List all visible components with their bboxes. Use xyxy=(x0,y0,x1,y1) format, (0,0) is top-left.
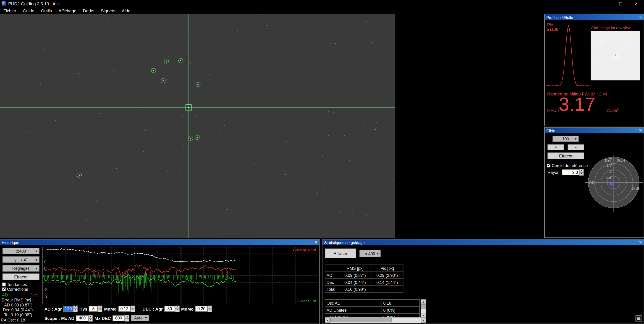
spin-up-icon[interactable]: ▲ xyxy=(579,169,584,172)
spin-up-icon[interactable]: ▲ xyxy=(98,305,102,309)
target-titlebar[interactable]: Cible ✕ xyxy=(545,128,644,133)
target-scatter-plot: DecSkyNADSkyE2''1.5''1''0.5'' xyxy=(584,153,644,214)
stats-scale-select[interactable]: x:400 ▼ xyxy=(360,250,381,257)
table-cell: 0.29 (2.90'') xyxy=(371,272,403,279)
svg-text:-2'': -2'' xyxy=(44,288,48,292)
spin-down-icon[interactable]: ▼ xyxy=(130,309,135,312)
menu-outils[interactable]: Outils xyxy=(38,7,55,14)
spin-down-icon[interactable]: ▼ xyxy=(88,318,93,321)
star-profile-titlebar[interactable]: Profil de l'Étoile ✕ xyxy=(545,14,644,20)
rms-table: RMS [px]Pic [px]AD0.09 (0.87'')0.29 (2.9… xyxy=(325,265,404,293)
spin-down-icon[interactable]: ▼ xyxy=(208,309,212,312)
menu-affichage[interactable]: Affichage xyxy=(55,7,80,14)
table-row: Total0.10 (0.98'') xyxy=(325,286,403,293)
target-close-icon[interactable]: ✕ xyxy=(639,129,642,132)
mnmo-dec-spinner[interactable]: ▲▼ xyxy=(208,305,212,312)
spin-up-icon[interactable]: ▲ xyxy=(208,305,212,309)
stats-clear-button[interactable]: Effacer xyxy=(325,249,356,258)
corrections-row: Corrections xyxy=(2,287,28,292)
ref-circle-checkbox[interactable] xyxy=(547,163,550,167)
spin-down-icon[interactable]: ▼ xyxy=(98,309,102,312)
stats-hscrollbar[interactable]: ◄ ► xyxy=(325,318,426,323)
mnmo-ra-field[interactable]: 0.12 xyxy=(118,306,130,312)
scroll-down-icon[interactable]: ▼ xyxy=(420,313,426,318)
maximize-button[interactable] xyxy=(613,0,628,7)
spin-up-icon[interactable]: ▲ xyxy=(125,315,130,318)
spin-down-icon[interactable]: ▼ xyxy=(579,172,584,175)
stats-close-icon[interactable]: ✕ xyxy=(639,241,642,244)
ref-circle-label: Cercle de référence xyxy=(552,163,588,168)
mnmo-dec-field[interactable]: 0.20 xyxy=(195,306,208,312)
table-cell: 0 (0%) xyxy=(382,314,420,318)
spin-down-icon[interactable]: ▼ xyxy=(175,309,180,312)
hscroll-thumb[interactable] xyxy=(330,318,392,323)
star-thumbnail[interactable]: + xyxy=(590,31,640,80)
dec-mode-select[interactable]: Auto ▼ xyxy=(131,315,149,321)
menu-signets[interactable]: Signets xyxy=(98,7,118,14)
stats-extra-clip: Osc AD0.18AD Limitée0 (0%)Dec Limitée0 (… xyxy=(325,299,420,318)
target-zoom-select[interactable]: 100 ▼ xyxy=(552,136,579,142)
spin-up-icon[interactable]: ▲ xyxy=(73,305,78,309)
hys-field[interactable]: 5 xyxy=(89,306,98,312)
table-cell: 0.09 (0.87'') xyxy=(339,272,371,279)
dec-agr-field[interactable]: 80 xyxy=(164,306,175,312)
mnmo-dec-label: MnMo xyxy=(181,306,194,311)
spin-up-icon[interactable]: ▲ xyxy=(130,305,135,309)
window-title: PHD2 Guiding 2.6.13 - test xyxy=(8,1,60,6)
menu-fichier[interactable]: Fichier xyxy=(0,7,20,14)
scroll-right-icon[interactable]: ► xyxy=(421,318,426,323)
max-dec-field[interactable]: 800 xyxy=(112,315,125,321)
max-dec-spinner[interactable]: ▲▼ xyxy=(125,315,130,322)
table-cell: Dec Limitée xyxy=(325,314,382,318)
target-zoom-value: 100 xyxy=(562,137,569,141)
svg-text:2'': 2'' xyxy=(609,157,612,161)
max-ra-spinner[interactable]: ▲▼ xyxy=(88,315,93,322)
ad-agr-spinner[interactable]: ▲▼ xyxy=(73,305,78,312)
mnmo-ra-group: 0.12 ▲▼ xyxy=(118,305,135,312)
svg-text:1'': 1'' xyxy=(609,169,612,173)
corrections-checkbox[interactable] xyxy=(2,288,6,291)
history-yscale-select[interactable]: y: +/-4'' ▼ xyxy=(2,256,40,263)
radius-field[interactable]: 3.0 xyxy=(562,169,579,175)
guide-camera-image[interactable] xyxy=(0,14,395,238)
history-clear-button[interactable]: Effacer xyxy=(2,274,40,280)
hfd-value: 3.17 xyxy=(559,95,596,114)
spin-up-icon[interactable]: ▲ xyxy=(175,305,180,309)
minimize-button[interactable]: – xyxy=(597,0,613,7)
window-titlebar: PHD2 Guiding 2.6.13 - test – ✕ xyxy=(0,0,644,7)
chevron-down-icon: ▼ xyxy=(144,317,147,320)
radius-spinner[interactable]: ▲▼ xyxy=(579,169,584,176)
hys-spinner[interactable]: ▲▼ xyxy=(98,305,102,312)
close-button[interactable]: ✕ xyxy=(628,0,644,7)
chevron-down-icon: ▼ xyxy=(35,258,38,261)
max-ra-field[interactable]: 400 xyxy=(76,315,88,321)
history-settings-select[interactable]: Réglages ▼ xyxy=(2,265,40,272)
spin-down-icon[interactable]: ▼ xyxy=(73,309,78,312)
history-close-icon[interactable]: ✕ xyxy=(314,241,318,244)
stats-vscrollbar[interactable]: ▲ ▼ xyxy=(420,299,426,318)
trends-checkbox[interactable] xyxy=(2,283,6,286)
notification-icon[interactable] xyxy=(636,315,642,322)
menu-darks[interactable]: Darks xyxy=(80,7,98,14)
stats-titlebar[interactable]: Statistiques de guidage ✕ xyxy=(322,239,644,245)
vscroll-thumb[interactable] xyxy=(421,304,426,310)
zoom-out-button[interactable]: - xyxy=(568,145,584,150)
spin-up-icon[interactable]: ▲ xyxy=(88,315,93,318)
trends-row: Tendances xyxy=(2,282,27,287)
history-xscale-select[interactable]: x:400 ▼ xyxy=(2,248,40,254)
spin-down-icon[interactable]: ▼ xyxy=(125,318,130,321)
max-dec-group: 800 ▲▼ xyxy=(112,315,130,322)
table-row: Osc AD0.18 xyxy=(325,300,420,307)
menu-guide[interactable]: Guide xyxy=(20,7,38,14)
ad-agr-field[interactable]: 120 xyxy=(64,306,73,312)
scroll-up-icon[interactable]: ▲ xyxy=(420,299,426,304)
star-profile-close-icon[interactable]: ✕ xyxy=(639,15,642,19)
bubble-icon xyxy=(637,318,640,320)
mnmo-ra-spinner[interactable]: ▲▼ xyxy=(130,305,135,312)
zoom-in-button[interactable]: + xyxy=(548,145,564,150)
target-clear-button[interactable]: Effacer xyxy=(548,153,584,159)
dec-agr-spinner[interactable]: ▲▼ xyxy=(175,305,180,312)
scroll-left-icon[interactable]: ◄ xyxy=(325,318,330,323)
menu-aide[interactable]: Aide xyxy=(118,7,134,14)
history-titlebar[interactable]: Historique ✕ xyxy=(0,239,319,245)
